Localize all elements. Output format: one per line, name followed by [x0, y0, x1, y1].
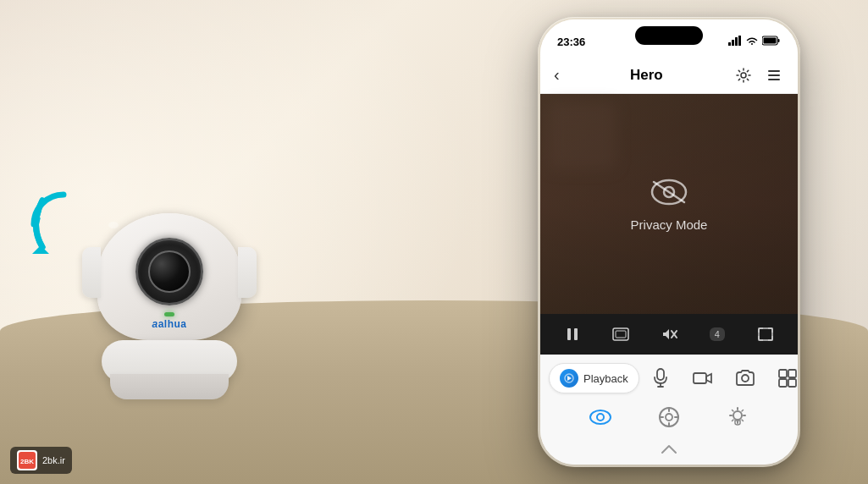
svg-rect-31: [779, 379, 787, 387]
mute-button[interactable]: [654, 319, 684, 349]
svg-line-15: [654, 182, 684, 202]
status-bar: 23:36: [540, 19, 798, 57]
svg-rect-17: [574, 328, 578, 340]
video-record-button[interactable]: [682, 363, 724, 393]
svg-rect-16: [567, 328, 571, 340]
privacy-mode-button[interactable]: [583, 400, 617, 434]
snapshot-icon: [730, 363, 760, 393]
chevron-row: [549, 439, 789, 465]
svg-point-41: [733, 411, 742, 420]
rotation-arrow-icon: [25, 188, 102, 264]
camera-lens-inner: [148, 250, 191, 293]
signal-icon: [728, 36, 742, 47]
watermark-logo: 2BK: [17, 450, 37, 470]
snapshot-button[interactable]: [724, 363, 766, 393]
camera: aalhua: [51, 213, 288, 382]
settings-button[interactable]: [733, 65, 754, 85]
fullscreen-button[interactable]: [750, 319, 781, 349]
quality-button[interactable]: 4: [702, 319, 733, 349]
camera-head: aalhua: [97, 213, 241, 340]
svg-rect-32: [788, 379, 796, 387]
svg-rect-19: [616, 331, 626, 338]
screen-mode-button[interactable]: [605, 319, 636, 349]
playback-icon: [560, 369, 578, 388]
mic-icon: [645, 363, 676, 393]
svg-rect-5: [738, 36, 741, 46]
app-header: ‹ Hero: [540, 57, 798, 94]
privacy-eye-icon: [649, 177, 689, 211]
pause-button[interactable]: [557, 319, 588, 349]
svg-point-34: [597, 414, 604, 421]
menu-button[interactable]: [764, 65, 784, 85]
status-icons: [728, 36, 781, 47]
phone-frame: 23:36 ‹ Hero: [538, 17, 800, 467]
playback-label: Playback: [583, 372, 628, 385]
quality-label: 4: [710, 327, 725, 341]
playback-button[interactable]: Playback: [549, 363, 639, 393]
camera-lens: [135, 238, 203, 305]
svg-rect-11: [768, 74, 780, 76]
svg-rect-2: [728, 42, 731, 46]
watermark: 2BK 2bk.ir: [10, 447, 72, 474]
svg-rect-3: [732, 40, 734, 46]
svg-rect-24: [657, 369, 664, 380]
battery-icon: [762, 36, 781, 47]
svg-rect-27: [694, 373, 706, 383]
svg-rect-22: [759, 328, 772, 340]
status-time: 23:36: [557, 36, 585, 48]
svg-point-28: [742, 375, 749, 382]
watermark-text: 2bk.ir: [42, 455, 65, 465]
ptz-button[interactable]: [652, 400, 686, 434]
action-row-1: Playback: [549, 363, 789, 393]
lens-shine: [108, 222, 119, 228]
svg-line-47: [742, 420, 744, 421]
video-area: Privacy Mode: [540, 94, 798, 314]
svg-rect-12: [768, 79, 780, 80]
light-button[interactable]: [721, 400, 755, 434]
grid-icon: [772, 363, 798, 393]
action-row-2: [549, 400, 789, 434]
svg-point-9: [741, 73, 746, 78]
dynamic-island: [635, 26, 703, 45]
camera-brand: aalhua: [152, 318, 186, 330]
grid-button[interactable]: [766, 363, 798, 393]
page-title: Hero: [630, 67, 663, 84]
phone: 23:36 ‹ Hero: [538, 17, 800, 467]
camera-led: [164, 312, 174, 316]
wifi-icon: [745, 36, 759, 47]
controls-bar: 4: [540, 314, 798, 355]
svg-point-36: [666, 414, 672, 421]
collapse-button[interactable]: [661, 443, 677, 458]
header-actions: [733, 65, 784, 85]
bottom-panel: Playback: [540, 355, 798, 465]
camera-base: [102, 340, 237, 382]
svg-point-33: [590, 410, 611, 424]
svg-line-48: [742, 410, 744, 412]
svg-line-46: [733, 410, 734, 412]
svg-rect-7: [778, 39, 780, 42]
svg-line-49: [733, 420, 734, 421]
svg-rect-30: [788, 370, 796, 377]
back-button[interactable]: ‹: [554, 65, 560, 85]
svg-rect-4: [735, 37, 738, 46]
privacy-mode-indicator: Privacy Mode: [631, 177, 708, 232]
svg-text:2BK: 2BK: [20, 458, 34, 465]
privacy-mode-label: Privacy Mode: [631, 217, 708, 232]
svg-rect-29: [779, 370, 787, 377]
svg-rect-10: [768, 70, 780, 72]
mic-button[interactable]: [639, 363, 682, 393]
svg-rect-8: [764, 38, 777, 44]
camera-wing-right: [238, 247, 257, 298]
video-record-icon: [688, 363, 718, 393]
phone-screen: 23:36 ‹ Hero: [540, 19, 798, 465]
